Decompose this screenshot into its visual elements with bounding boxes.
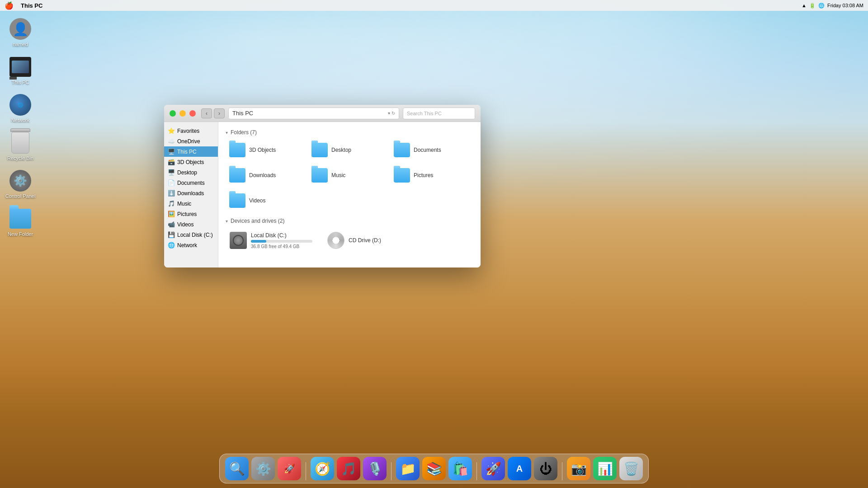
local-disk-space: 36.8 GB free of 49.4 GB (251, 244, 312, 249)
folder-downloads[interactable]: Downloads (226, 165, 302, 185)
desktop-icon-this-pc[interactable]: This PC (5, 56, 36, 85)
dock-books[interactable]: 📚 (422, 457, 446, 480)
dock-safari[interactable]: 🧭 (311, 457, 334, 480)
file-explorer-window: ‹ › This PC ▾ ↻ Search This PC ⭐ Favorit… (164, 105, 481, 267)
network-sidebar-icon: 🌐 (168, 242, 175, 249)
folder-documents[interactable]: Documents (390, 140, 467, 160)
folders-section-header[interactable]: ▾ Folders (7) (226, 129, 473, 136)
sidebar-item-videos[interactable]: 📹 Videos (164, 219, 218, 230)
desktop-icon-network[interactable]: 🌐 Network (5, 94, 36, 123)
local-disk-label: Local Disk (C:) (177, 232, 213, 238)
folder-name-videos: Videos (249, 197, 265, 204)
sidebar-item-desktop[interactable]: 🖥️ Desktop (164, 167, 218, 178)
folder-thumb-videos (229, 193, 245, 208)
desktop-icon-new-folder[interactable]: New Folder (5, 208, 36, 237)
documents-label: Documents (177, 180, 205, 186)
dock-rocket[interactable]: 🚀 (481, 457, 505, 480)
desktop-icon-recycle-bin[interactable]: Recycle Bin (5, 132, 36, 161)
folder-name-pictures: Pictures (414, 172, 433, 178)
folder-shape (9, 209, 31, 229)
network-label: Network (11, 117, 29, 123)
tray-wifi-icon: ▲ (802, 3, 807, 8)
sidebar-item-documents[interactable]: 📄 Documents (164, 178, 218, 188)
downloads-icon: ⬇️ (168, 190, 175, 197)
main-content: ▾ Folders (7) 3D Objects Desktop Documen… (218, 122, 481, 267)
sidebar-item-pictures[interactable]: 🖼️ Pictures (164, 209, 218, 219)
desktop-sidebar-label: Desktop (177, 169, 197, 176)
drives-grid: Local Disk (C:) 36.8 GB free of 49.4 GB (226, 229, 473, 252)
local-disk-bar-fill (251, 240, 266, 243)
sidebar: ⭐ Favorites ☁️ OneDrive 🖥️ This PC 🗃️ 3D… (164, 122, 218, 267)
appstore-icon: A (516, 464, 523, 474)
folder-pictures[interactable]: Pictures (390, 165, 467, 185)
sidebar-item-onedrive[interactable]: ☁️ OneDrive (164, 136, 218, 146)
folder-name-downloads: Downloads (249, 172, 276, 178)
dock-files[interactable]: 📁 (396, 457, 420, 480)
sidebar-item-local-disk[interactable]: 💾 Local Disk (C:) (164, 230, 218, 240)
preview-icon: 📸 (571, 461, 587, 476)
launchpad-icon: 🚀 (284, 463, 295, 474)
dock-finder[interactable]: 🔍 (225, 457, 249, 480)
dock-trash[interactable]: 🗑️ (619, 457, 643, 480)
folders-section-title: Folders (7) (231, 129, 257, 136)
dock-preview[interactable]: 📸 (567, 457, 590, 480)
globe-shape: 🌐 (9, 94, 31, 116)
cd-icon-container (327, 231, 345, 249)
drives-collapse-icon: ▾ (226, 219, 228, 224)
folder-thumb-downloads (229, 168, 245, 183)
sidebar-item-music[interactable]: 🎵 Music (164, 198, 218, 209)
dock-power[interactable]: ⏻ (534, 457, 557, 480)
drives-section-header[interactable]: ▾ Devices and drives (2) (226, 218, 473, 224)
dock-stats[interactable]: 📊 (593, 457, 617, 480)
hdd-icon-container (229, 231, 247, 249)
folder-name-3d: 3D Objects (249, 147, 276, 153)
sidebar-item-network[interactable]: 🌐 Network (164, 240, 218, 250)
address-bar[interactable]: This PC ▾ ↻ (228, 108, 399, 119)
desktop: 🍎 This PC ▲ 🔋 🌐 Friday 03:08 AM 👤 named (0, 0, 868, 488)
folder-desktop[interactable]: Desktop (308, 140, 385, 160)
forward-button[interactable]: › (214, 108, 225, 118)
back-button[interactable]: ‹ (201, 108, 212, 118)
dock-appstore[interactable]: A (508, 457, 531, 480)
this-pc-label: This PC (11, 80, 29, 85)
videos-label: Videos (177, 221, 193, 228)
close-button[interactable] (189, 110, 196, 117)
sidebar-item-this-pc[interactable]: 🖥️ This PC (164, 146, 218, 157)
dock-music[interactable]: 🎵 (337, 457, 360, 480)
dock-store[interactable]: 🛍️ (448, 457, 472, 480)
pictures-label: Pictures (177, 211, 197, 217)
files-icon: 📁 (400, 461, 416, 476)
sidebar-item-downloads[interactable]: ⬇️ Downloads (164, 188, 218, 198)
trash-dock-icon: 🗑️ (623, 461, 639, 476)
folder-3d-objects[interactable]: 3D Objects (226, 140, 302, 160)
dock: 🔍 ⚙️ 🚀 🧭 🎵 🎙️ 📁 📚 🛍️ 🚀 (219, 454, 649, 483)
maximize-button[interactable] (170, 110, 176, 117)
folder-thumb-pictures (394, 168, 410, 183)
folder-thumb-desktop (311, 143, 328, 157)
apple-menu[interactable]: 🍎 (5, 1, 14, 10)
folder-music[interactable]: Music (308, 165, 385, 185)
folder-thumb-music (311, 168, 328, 183)
dock-siri[interactable]: 🎙️ (363, 457, 387, 480)
sidebar-item-favorites[interactable]: ⭐ Favorites (164, 126, 218, 136)
menubar-left: 🍎 This PC (5, 1, 42, 10)
desktop-icon-control-panel[interactable]: ⚙️ Control Panel (5, 170, 36, 199)
minimize-button[interactable] (179, 110, 186, 117)
desktop-icon-named[interactable]: 👤 named (5, 18, 36, 47)
search-box[interactable]: Search This PC (403, 108, 475, 119)
network-icon: 🌐 (9, 94, 31, 116)
folder-videos[interactable]: Videos (226, 191, 302, 211)
local-disk-bar (251, 240, 312, 243)
onedrive-label: OneDrive (177, 138, 200, 145)
drive-cd[interactable]: CD Drive (D:) (323, 229, 414, 252)
dock-launchpad[interactable]: 🚀 (278, 457, 301, 480)
folders-collapse-icon: ▾ (226, 130, 228, 135)
siri-icon: 🎙️ (367, 461, 383, 476)
dock-system-preferences[interactable]: ⚙️ (251, 457, 275, 480)
new-folder-icon (9, 208, 31, 230)
folder-thumb-3d (229, 143, 245, 157)
store-icon: 🛍️ (453, 461, 468, 476)
sidebar-item-3d-objects[interactable]: 🗃️ 3D Objects (164, 157, 218, 167)
drive-local-disk[interactable]: Local Disk (C:) 36.8 GB free of 49.4 GB (226, 229, 316, 252)
menubar-time: Friday 03:08 AM (827, 3, 863, 8)
